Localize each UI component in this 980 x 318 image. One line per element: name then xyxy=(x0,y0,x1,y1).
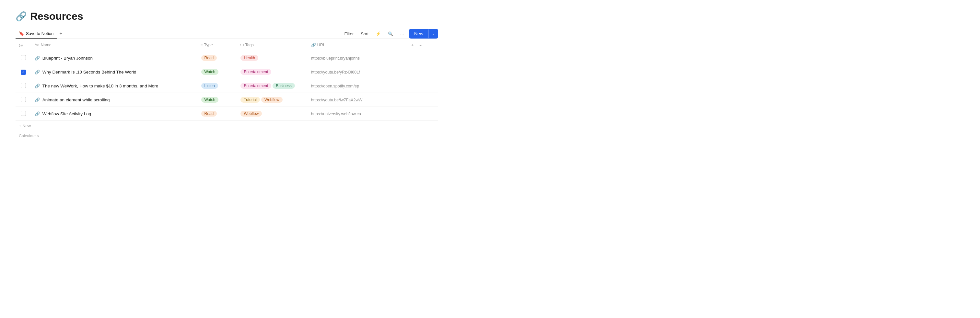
table-row: 🔗 Webflow Site Activity Log ReadWebflowh… xyxy=(16,107,438,121)
more-options-button[interactable]: ··· xyxy=(398,30,406,38)
row-link-icon: 🔗 xyxy=(35,56,40,60)
save-to-notion-label: Save to Notion xyxy=(26,31,54,36)
row-url[interactable]: https://youtu.be/yRz-Dl60Lf xyxy=(311,70,360,74)
bookmark-icon: 🔖 xyxy=(19,31,24,36)
row-type-tag[interactable]: Read xyxy=(201,55,217,61)
row-url[interactable]: https://blueprint.bryanjohns xyxy=(311,56,360,60)
row-actions xyxy=(406,51,438,65)
row-url[interactable]: https://open.spotify.com/ep xyxy=(311,84,359,89)
row-actions xyxy=(406,65,438,79)
page-icon: 🔗 xyxy=(16,11,27,22)
page-title: Resources xyxy=(30,10,83,22)
name-cell: 🔗 Why Denmark Is .10 Seconds Behind The … xyxy=(35,70,194,74)
check-all-icon[interactable]: ◎ xyxy=(19,43,23,47)
th-check: ◎ xyxy=(16,39,32,51)
row-link-icon: 🔗 xyxy=(35,111,40,116)
row-type-tag[interactable]: Read xyxy=(201,111,217,117)
table-body: 🔗 Blueprint - Bryan Johnson ReadHealthht… xyxy=(16,51,438,121)
row-type-tag[interactable]: Listen xyxy=(201,83,218,89)
toolbar-left: 🔖 Save to Notion + xyxy=(16,29,65,38)
row-name-text[interactable]: Why Denmark Is .10 Seconds Behind The Wo… xyxy=(43,70,137,74)
name-cell: 🔗 The new WeWork, How to make $10 in 3 m… xyxy=(35,84,194,89)
page-container: 🔗 Resources 🔖 Save to Notion + Filter So… xyxy=(0,0,454,151)
row-checkbox[interactable] xyxy=(21,111,26,116)
th-url-icon: 🔗 xyxy=(311,43,316,47)
title-row: 🔗 Resources xyxy=(16,10,438,22)
th-type: ≡Type xyxy=(197,39,237,51)
row-tag[interactable]: Entertainment xyxy=(240,83,271,89)
new-button-dropdown-icon: ⌄ xyxy=(428,30,438,38)
row-name-text[interactable]: Blueprint - Bryan Johnson xyxy=(43,56,93,60)
add-new-label: + New xyxy=(19,123,31,128)
row-link-icon: 🔗 xyxy=(35,84,40,89)
toolbar: 🔖 Save to Notion + Filter Sort ⚡ 🔍 ··· N… xyxy=(16,29,438,38)
column-actions: + ··· xyxy=(410,41,435,48)
search-button[interactable]: 🔍 xyxy=(386,30,395,38)
table-row: ✓ 🔗 Why Denmark Is .10 Seconds Behind Th… xyxy=(16,65,438,79)
row-actions xyxy=(406,107,438,121)
filter-button[interactable]: Filter xyxy=(342,30,355,38)
row-tag[interactable]: Health xyxy=(240,55,258,61)
save-to-notion-button[interactable]: 🔖 Save to Notion xyxy=(16,29,57,38)
th-url: 🔗URL xyxy=(308,39,407,51)
row-type-tag[interactable]: Watch xyxy=(201,97,219,103)
column-options-button[interactable]: ··· xyxy=(417,41,424,48)
row-type-tag[interactable]: Watch xyxy=(201,69,219,75)
lightning-button[interactable]: ⚡ xyxy=(374,30,383,38)
row-name-text[interactable]: Animate an element while scrolling xyxy=(43,98,110,102)
th-name-icon: Aa xyxy=(35,43,40,47)
row-checkbox[interactable]: ✓ xyxy=(21,70,26,75)
calculate-label: Calculate xyxy=(19,134,36,138)
row-tag[interactable]: Tutorial xyxy=(240,97,260,103)
name-cell: 🔗 Blueprint - Bryan Johnson xyxy=(35,56,194,60)
table-row: 🔗 Animate an element while scrolling Wat… xyxy=(16,93,438,107)
name-cell: 🔗 Webflow Site Activity Log xyxy=(35,111,194,116)
row-tag[interactable]: Entertainment xyxy=(240,69,271,75)
add-view-button[interactable]: + xyxy=(57,30,65,38)
table-row: 🔗 The new WeWork, How to make $10 in 3 m… xyxy=(16,79,438,93)
row-link-icon: 🔗 xyxy=(35,70,40,74)
row-tag[interactable]: Webflow xyxy=(240,111,262,117)
toolbar-right: Filter Sort ⚡ 🔍 ··· New ⌄ xyxy=(342,29,438,38)
row-actions xyxy=(406,79,438,93)
table-row: 🔗 Blueprint - Bryan Johnson ReadHealthht… xyxy=(16,51,438,65)
resources-table: ◎ AaName ≡Type 🏷Tags 🔗URL + ··· xyxy=(16,39,438,121)
th-tags-icon: 🏷 xyxy=(240,43,244,47)
row-name-text[interactable]: Webflow Site Activity Log xyxy=(43,111,91,116)
row-link-icon: 🔗 xyxy=(35,98,40,102)
add-new-row[interactable]: + New xyxy=(16,121,438,131)
row-url[interactable]: https://university.webflow.co xyxy=(311,112,361,116)
th-name: AaName xyxy=(32,39,197,51)
sort-button[interactable]: Sort xyxy=(359,30,371,38)
row-name-text[interactable]: The new WeWork, How to make $10 in 3 mon… xyxy=(43,84,158,89)
new-button[interactable]: New ⌄ xyxy=(409,29,438,38)
add-column-button[interactable]: + xyxy=(410,41,415,48)
row-url[interactable]: https://youtu.be/lw7FaX2wW xyxy=(311,98,362,102)
row-tag[interactable]: Business xyxy=(272,83,295,89)
table-header-row: ◎ AaName ≡Type 🏷Tags 🔗URL + ··· xyxy=(16,39,438,51)
th-tags: 🏷Tags xyxy=(237,39,307,51)
row-checkbox[interactable] xyxy=(21,83,26,88)
row-checkbox[interactable] xyxy=(21,97,26,102)
calculate-chevron: ∨ xyxy=(37,134,39,138)
name-cell: 🔗 Animate an element while scrolling xyxy=(35,98,194,102)
row-actions xyxy=(406,93,438,107)
calculate-row[interactable]: Calculate ∨ xyxy=(16,131,438,141)
new-button-label: New xyxy=(409,29,428,38)
th-type-icon: ≡ xyxy=(200,43,203,47)
row-checkbox[interactable] xyxy=(21,55,26,60)
th-actions: + ··· xyxy=(406,39,438,51)
row-tag[interactable]: Webflow xyxy=(261,97,283,103)
